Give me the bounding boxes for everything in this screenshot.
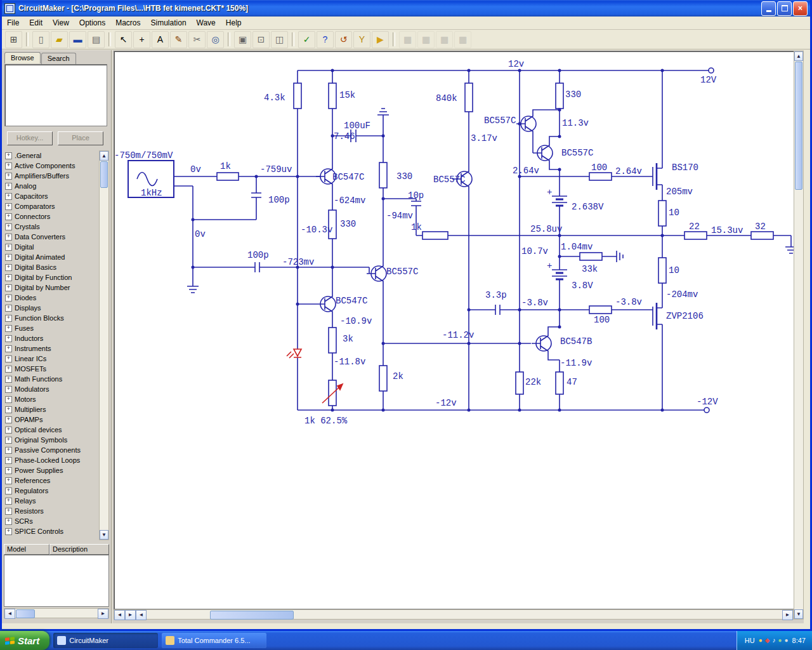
tree-item-digital-animated[interactable]: +Digital Animated	[4, 252, 96, 262]
expand-icon[interactable]: +	[5, 162, 12, 169]
tree-scroll-thumb[interactable]	[100, 161, 108, 188]
tree-scrollbar[interactable]: ▲ ▼	[99, 150, 109, 540]
expand-icon[interactable]: +	[5, 498, 12, 505]
expand-icon[interactable]: +	[5, 518, 12, 525]
tree-item-mosfets[interactable]: +MOSFETs	[4, 364, 96, 374]
expand-icon[interactable]: +	[5, 396, 12, 403]
tree-item-amplifiers-buffers[interactable]: +Amplifiers/Buffers	[4, 171, 96, 181]
menu-view[interactable]: View	[48, 17, 74, 29]
expand-icon[interactable]: +	[5, 234, 12, 241]
expand-icon[interactable]: +	[5, 376, 12, 383]
tile-windows-icon[interactable]: ◫	[271, 31, 288, 48]
open-file-icon[interactable]: ▰	[51, 31, 68, 48]
tree-item-digital[interactable]: +Digital	[4, 242, 96, 252]
clipboard-icon[interactable]: ⊡	[252, 31, 270, 48]
expand-icon[interactable]: +	[5, 193, 12, 200]
expand-icon[interactable]: +	[5, 254, 12, 261]
tree-item-multipliers[interactable]: +Multipliers	[4, 404, 96, 415]
restore-button[interactable]	[777, 1, 792, 16]
cursor-tool-icon[interactable]: ↖	[115, 31, 132, 48]
canvas-scroll-down-icon[interactable]: ▼	[794, 609, 803, 619]
expand-icon[interactable]: +	[5, 203, 12, 210]
parts-browser-icon[interactable]: ⊞	[5, 31, 22, 48]
expand-icon[interactable]: +	[5, 223, 12, 230]
hotkey-button[interactable]: Hotkey...	[7, 131, 53, 145]
tree-item-relays[interactable]: +Relays	[4, 496, 96, 506]
tree-item-scrs[interactable]: +SCRs	[4, 516, 96, 526]
canvas-scroll-up-icon[interactable]: ▲	[794, 51, 803, 61]
expand-icon[interactable]: +	[5, 366, 12, 373]
simulation-check-icon[interactable]: ✓	[298, 31, 315, 48]
tree-item-capacitors[interactable]: +Capacitors	[4, 191, 96, 201]
tree-item-crystals[interactable]: +Crystals	[4, 222, 96, 232]
tree-item-optical-devices[interactable]: +Optical devices	[4, 425, 96, 435]
expand-icon[interactable]: +	[5, 447, 12, 454]
tree-item-digital-by-number[interactable]: +Digital by Number	[4, 282, 96, 293]
pan-left-icon[interactable]: ◄	[114, 610, 125, 620]
tab-search[interactable]: Search	[41, 53, 76, 64]
tree-item--general[interactable]: +.General	[4, 150, 96, 161]
expand-icon[interactable]: +	[5, 152, 12, 159]
expand-icon[interactable]: +	[5, 406, 12, 413]
canvas-scroll-right-icon[interactable]: ►	[782, 610, 793, 620]
tree-item-digital-basics[interactable]: +Digital Basics	[4, 262, 96, 272]
expand-icon[interactable]: +	[5, 183, 12, 190]
pan-right-icon[interactable]: ►	[125, 610, 136, 620]
expand-icon[interactable]: +	[5, 345, 12, 352]
sidebar-hscrollbar[interactable]: ◄ ►	[4, 608, 109, 618]
print-icon[interactable]: ▤	[88, 31, 105, 48]
tree-item-motors[interactable]: +Motors	[4, 394, 96, 404]
tree-item-instruments[interactable]: +Instruments	[4, 343, 96, 354]
canvas-vscroll-thumb[interactable]	[795, 62, 802, 190]
tree-item-resistors[interactable]: +Resistors	[4, 506, 96, 516]
tree-item-analog[interactable]: +Analog	[4, 181, 96, 191]
expand-icon[interactable]: +	[5, 386, 12, 393]
canvas-hscroll-thumb[interactable]	[210, 611, 294, 620]
expand-icon[interactable]: +	[5, 284, 12, 291]
expand-icon[interactable]: +	[5, 264, 12, 271]
tree-item-diodes[interactable]: +Diodes	[4, 293, 96, 303]
expand-icon[interactable]: +	[5, 244, 12, 251]
tree-item-spice-controls[interactable]: +SPICE Controls	[4, 526, 96, 536]
tray-icon-0[interactable]: ●	[759, 637, 763, 644]
menu-simulation[interactable]: Simulation	[146, 17, 192, 29]
help-icon[interactable]: ?	[317, 31, 334, 48]
tray-icon-1[interactable]: ◆	[765, 637, 770, 644]
tray-icon-4[interactable]: ●	[785, 637, 789, 644]
new-file-icon[interactable]: ▯	[32, 31, 49, 48]
expand-icon[interactable]: +	[5, 274, 12, 281]
tab-browse[interactable]: Browse	[4, 52, 41, 63]
menu-help[interactable]: Help	[221, 17, 247, 29]
menu-edit[interactable]: Edit	[24, 17, 48, 29]
reset-icon[interactable]: ↺	[335, 31, 352, 48]
tree-item-original-symbols[interactable]: +Original Symbols	[4, 435, 96, 445]
expand-icon[interactable]: +	[5, 457, 12, 464]
taskbar-app-circuitmaker[interactable]: CircuitMaker	[53, 633, 158, 648]
menu-file[interactable]: File	[2, 17, 24, 29]
canvas-scroll-left-icon[interactable]: ◄	[136, 610, 147, 620]
tree-item-passive-components[interactable]: +Passive Components	[4, 445, 96, 455]
start-button[interactable]: Start	[0, 631, 49, 650]
menu-wave[interactable]: Wave	[192, 17, 221, 29]
scroll-up-icon[interactable]: ▲	[100, 151, 108, 161]
menu-options[interactable]: Options	[74, 17, 110, 29]
tree-item-inductors[interactable]: +Inductors	[4, 333, 96, 343]
tree-item-power-supplies[interactable]: +Power Supplies	[4, 465, 96, 475]
probe-tool-icon[interactable]: Y	[353, 31, 370, 48]
scroll-left-icon[interactable]: ◄	[4, 609, 15, 619]
expand-icon[interactable]: +	[5, 488, 12, 494]
expand-icon[interactable]: +	[5, 508, 12, 515]
tree-item-data-converters[interactable]: +Data Converters	[4, 232, 96, 242]
tree-item-linear-ics[interactable]: +Linear ICs	[4, 354, 96, 364]
expand-icon[interactable]: +	[5, 315, 12, 322]
tray-icon-3[interactable]: ●	[778, 637, 782, 644]
sidebar-scroll-thumb[interactable]	[16, 609, 35, 618]
tree-item-opamps[interactable]: +OPAMPs	[4, 415, 96, 425]
expand-icon[interactable]: +	[5, 213, 12, 220]
expand-icon[interactable]: +	[5, 416, 12, 423]
tree-item-comparators[interactable]: +Comparators	[4, 201, 96, 211]
place-button[interactable]: Place	[58, 131, 103, 145]
description-tab[interactable]: Description	[49, 544, 109, 555]
zoom-tool-icon[interactable]: ◎	[207, 31, 224, 48]
tree-item-math-functions[interactable]: +Math Functions	[4, 374, 96, 384]
